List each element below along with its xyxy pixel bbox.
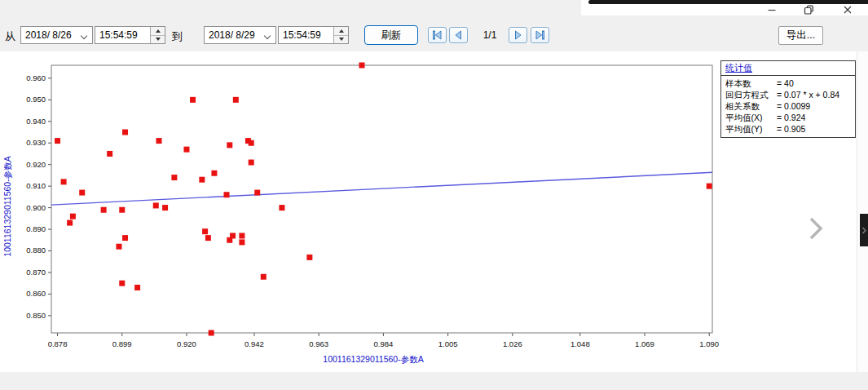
y-tick-label: 0.860 bbox=[26, 289, 46, 298]
export-button[interactable]: 导出... bbox=[778, 26, 823, 45]
scatter-point bbox=[306, 255, 312, 260]
right-side-strip bbox=[857, 51, 868, 372]
last-page-icon bbox=[535, 30, 545, 40]
scatter-point bbox=[156, 138, 162, 144]
scatter-point bbox=[67, 220, 73, 226]
spin-down-icon bbox=[156, 38, 161, 41]
to-time-spinner[interactable] bbox=[333, 27, 348, 43]
scatter-point bbox=[233, 97, 239, 103]
spin-up-button[interactable] bbox=[151, 27, 165, 36]
scatter-point bbox=[119, 207, 125, 213]
scatter-point bbox=[211, 171, 217, 176]
close-icon bbox=[842, 4, 853, 16]
scatter-point bbox=[107, 151, 112, 157]
minimize-icon bbox=[766, 4, 778, 16]
x-tick-label: 1.026 bbox=[503, 339, 522, 348]
from-date-picker[interactable]: 2018/ 8/26 bbox=[20, 26, 93, 44]
to-label: 到 bbox=[172, 29, 183, 44]
stat-label: 相关系数 bbox=[725, 100, 777, 112]
to-date-picker[interactable]: 2018/ 8/29 bbox=[204, 26, 276, 44]
scatter-point bbox=[202, 228, 208, 234]
refresh-button[interactable]: 刷新 bbox=[364, 25, 418, 45]
spin-up-icon bbox=[339, 29, 344, 33]
window-top-edge bbox=[588, 0, 868, 4]
first-page-button[interactable] bbox=[428, 27, 447, 43]
scatter-point bbox=[134, 285, 140, 290]
scatter-point bbox=[205, 235, 211, 241]
dropdown-chevron-icon[interactable] bbox=[82, 33, 87, 39]
scatter-point bbox=[119, 281, 125, 286]
scatter-point bbox=[70, 214, 76, 219]
collapsed-panel-tab[interactable] bbox=[860, 214, 868, 246]
stat-label: 平均值(Y) bbox=[725, 123, 777, 135]
from-time-input[interactable]: 15:54:59 bbox=[95, 26, 165, 44]
scatter-point bbox=[171, 175, 177, 180]
restore-icon bbox=[803, 4, 815, 16]
to-date-value: 2018/ 8/29 bbox=[205, 29, 255, 41]
statistics-row: 回归方程式= 0.07 * x + 0.84 bbox=[725, 89, 853, 100]
last-page-button[interactable] bbox=[531, 27, 549, 43]
next-page-button[interactable] bbox=[509, 27, 527, 43]
page-indicator: 1/1 bbox=[478, 29, 502, 41]
spin-down-button[interactable] bbox=[334, 36, 348, 44]
y-tick-label: 0.900 bbox=[26, 203, 46, 212]
scatter-point bbox=[101, 207, 107, 213]
x-tick-label: 0.920 bbox=[177, 339, 196, 348]
plot-border bbox=[51, 65, 712, 333]
to-time-input[interactable]: 15:54:59 bbox=[278, 26, 349, 44]
first-page-icon bbox=[432, 30, 443, 40]
scatter-point bbox=[261, 274, 267, 280]
scatter-point bbox=[79, 190, 85, 196]
x-axis-title: 1001161329011560-参数A bbox=[323, 354, 423, 364]
statistics-panel: 统计值 样本数= 40回归方程式= 0.07 * x + 0.84相关系数= 0… bbox=[720, 60, 856, 138]
scatter-point bbox=[190, 97, 196, 103]
next-page-overlay-button[interactable] bbox=[807, 216, 825, 241]
x-tick-label: 1.090 bbox=[699, 339, 719, 348]
from-label: 从 bbox=[5, 29, 15, 44]
statistics-title: 统计值 bbox=[721, 61, 855, 76]
statistics-row: 平均值(Y)= 0.905 bbox=[725, 123, 853, 135]
prev-page-button[interactable] bbox=[449, 27, 468, 43]
x-tick-label: 0.878 bbox=[48, 339, 68, 348]
y-tick-label: 0.940 bbox=[26, 117, 46, 126]
dropdown-chevron-icon[interactable] bbox=[265, 33, 271, 39]
from-time-spinner[interactable] bbox=[150, 27, 165, 43]
x-tick-label: 0.899 bbox=[112, 339, 132, 348]
stat-value: = 0.905 bbox=[777, 124, 805, 134]
scatter-point bbox=[224, 192, 230, 197]
stat-value: = 0.07 * x + 0.84 bbox=[777, 90, 839, 100]
restore-button[interactable] bbox=[801, 2, 816, 17]
close-button[interactable] bbox=[840, 2, 855, 17]
y-tick-label: 0.890 bbox=[26, 224, 46, 233]
next-page-icon bbox=[513, 30, 523, 40]
scatter-point bbox=[199, 177, 205, 183]
y-tick-label: 0.950 bbox=[26, 95, 46, 104]
x-tick-label: 0.984 bbox=[373, 339, 393, 348]
scatter-point bbox=[153, 202, 159, 208]
minimize-button[interactable] bbox=[764, 2, 779, 17]
to-time-value: 15:54:59 bbox=[279, 29, 321, 41]
stat-value: = 0.924 bbox=[777, 113, 805, 122]
y-tick-label: 0.870 bbox=[26, 268, 46, 277]
scatter-point bbox=[249, 140, 254, 146]
scatter-point bbox=[183, 147, 189, 153]
y-tick-label: 0.850 bbox=[26, 311, 46, 320]
scatter-point bbox=[249, 160, 254, 166]
scatter-point bbox=[209, 330, 214, 336]
scatter-point bbox=[239, 239, 245, 245]
y-tick-label: 0.910 bbox=[26, 181, 46, 190]
stat-label: 平均值(X) bbox=[725, 112, 777, 123]
spin-up-icon bbox=[156, 29, 161, 33]
statistics-row: 样本数= 40 bbox=[725, 78, 853, 89]
collapsed-panel-chevron-icon bbox=[861, 227, 866, 234]
scatter-point bbox=[707, 184, 712, 189]
x-tick-label: 1.005 bbox=[438, 339, 458, 348]
y-tick-label: 0.960 bbox=[26, 73, 46, 82]
spin-up-button[interactable] bbox=[334, 27, 348, 36]
scatter-point bbox=[359, 63, 364, 69]
spin-down-button[interactable] bbox=[151, 36, 165, 44]
scatter-point bbox=[61, 179, 67, 184]
scatter-point bbox=[254, 190, 260, 196]
y-tick-label: 0.880 bbox=[26, 246, 46, 255]
spin-down-icon bbox=[339, 38, 344, 41]
